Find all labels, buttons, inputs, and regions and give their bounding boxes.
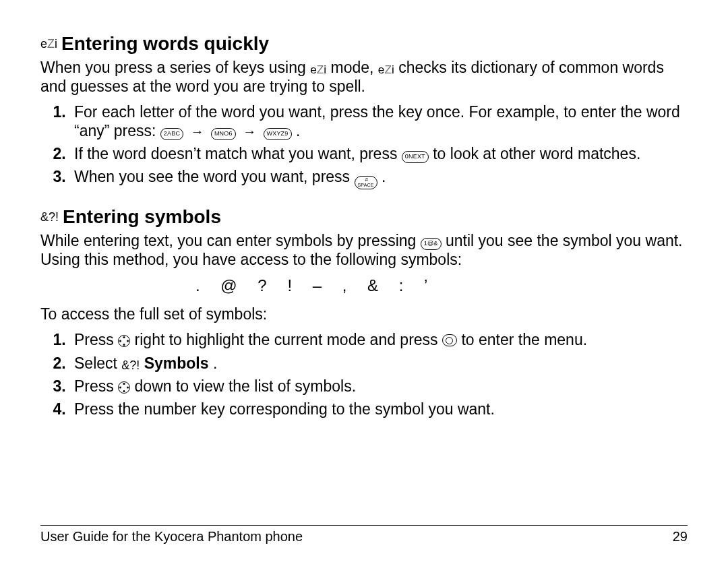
ezi-icon: eZi bbox=[378, 63, 394, 76]
symbols-mode-icon: &?! bbox=[121, 358, 140, 372]
key-wxyz9-icon: WXYZ9 bbox=[264, 128, 292, 140]
steps-list-1: For each letter of the word you want, pr… bbox=[40, 102, 688, 189]
nav-key-icon bbox=[118, 335, 130, 347]
ok-key-icon bbox=[442, 334, 457, 346]
list-item: Press right to highlight the current mod… bbox=[70, 330, 688, 349]
ezi-icon: eZi bbox=[40, 38, 57, 50]
page-footer: User Guide for the Kyocera Phantom phone… bbox=[40, 525, 688, 544]
list-item: Press down to view the list of symbols. bbox=[70, 377, 688, 396]
nav-key-icon bbox=[118, 381, 130, 394]
footer-title: User Guide for the Kyocera Phantom phone bbox=[40, 528, 303, 544]
intro-paragraph-2: While entering text, you can enter symbo… bbox=[40, 231, 688, 269]
symbols-menu-label: Symbols bbox=[144, 354, 209, 372]
key-2abc-icon: 2ABC bbox=[160, 128, 183, 140]
list-item: Select &?! Symbols . bbox=[70, 354, 688, 373]
key-mno6-icon: MNO6 bbox=[211, 128, 236, 140]
page-number: 29 bbox=[673, 528, 688, 544]
intro-paragraph-1: When you press a series of keys using eZ… bbox=[40, 58, 688, 96]
list-item: If the word doesn’t match what you want,… bbox=[70, 144, 688, 163]
symbols-mode-icon: &?! bbox=[40, 211, 59, 223]
heading-text: Entering symbols bbox=[63, 206, 221, 228]
key-space-icon: # SPACE bbox=[355, 176, 377, 189]
manual-page: eZi Entering words quickly When you pres… bbox=[0, 0, 728, 562]
heading-entering-words: eZi Entering words quickly bbox=[40, 32, 688, 55]
ezi-icon: eZi bbox=[310, 63, 326, 76]
list-item: For each letter of the word you want, pr… bbox=[70, 102, 688, 140]
key-0next-icon: 0NEXT bbox=[402, 151, 429, 163]
heading-text: Entering words quickly bbox=[61, 32, 269, 55]
key-1-symbols-icon: 1@& bbox=[421, 238, 442, 250]
symbols-row: . @ ? ! – , & : ’ bbox=[40, 276, 688, 295]
arrow-right-icon: → bbox=[243, 123, 256, 139]
list-item: Press the number key corresponding to th… bbox=[70, 400, 688, 418]
heading-entering-symbols: &?! Entering symbols bbox=[40, 206, 688, 228]
arrow-right-icon: → bbox=[191, 123, 204, 139]
list-item: When you see the word you want, press # … bbox=[70, 167, 688, 189]
steps-list-2: Press right to highlight the current mod… bbox=[40, 330, 688, 418]
access-full-symbols-line: To access the full set of symbols: bbox=[40, 305, 688, 323]
